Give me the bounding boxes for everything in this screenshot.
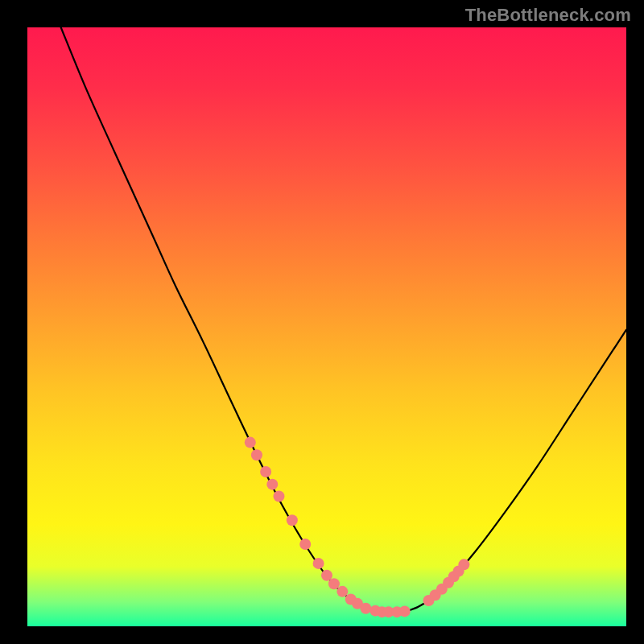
marker-dot [328,578,340,589]
marker-dot [336,586,348,597]
marker-dot [458,559,469,570]
marker-dot [251,449,262,460]
watermark-text: TheBottleneck.com [465,5,631,26]
marker-dot [245,437,256,448]
marker-dot [287,514,298,526]
chart-stage: TheBottleneck.com [0,0,644,644]
marker-dot [273,491,284,502]
marker-dot [299,539,311,550]
marker-dot [260,466,271,477]
marker-dot [266,479,278,490]
marker-dot [360,603,371,614]
marker-dot [399,605,411,617]
chart-svg [27,27,626,626]
curve-layer [61,27,626,613]
marker-dot [313,558,324,569]
bottleneck-curve [61,27,626,613]
marker-layer [245,437,470,618]
